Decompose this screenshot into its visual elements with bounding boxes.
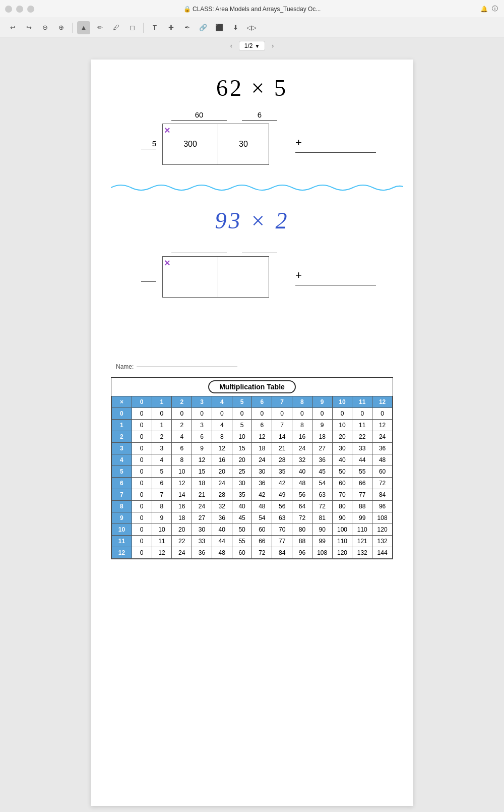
cell-6-8: 48 <box>292 478 312 489</box>
undo-button[interactable]: ↩ <box>6 21 19 34</box>
maximize-icon[interactable] <box>27 6 34 13</box>
answer-line-2 <box>295 285 376 285</box>
cell-8-10: 80 <box>332 501 352 512</box>
image-button[interactable]: ⬛ <box>213 21 226 34</box>
cell-9-3: 27 <box>192 512 212 524</box>
cell-9-6: 54 <box>252 512 272 524</box>
cell-12-1: 12 <box>152 547 172 559</box>
cell-3-7: 21 <box>272 443 292 454</box>
row-header-0: 0 <box>112 408 132 420</box>
cell-12-12: 144 <box>372 547 393 559</box>
row-header-4: 4 <box>112 454 132 466</box>
cell-10-9: 90 <box>312 524 332 536</box>
window-controls[interactable] <box>5 6 34 13</box>
download-button[interactable]: ⬇ <box>229 21 242 34</box>
table-row: 7071421283542495663707784 <box>112 489 393 501</box>
cell-12-9: 108 <box>312 547 332 559</box>
cell-2-1: 2 <box>152 431 172 443</box>
cell-3-3: 9 <box>192 443 212 454</box>
problem1-expression: 62 × 5 <box>216 75 288 101</box>
cell-6-9: 54 <box>312 478 332 489</box>
text-button[interactable]: T <box>148 21 161 34</box>
header-8: 8 <box>292 396 312 408</box>
cell-10-11: 110 <box>352 524 372 536</box>
cell-1-11: 11 <box>352 420 372 431</box>
add-button[interactable]: ✚ <box>164 21 177 34</box>
x-mark-2: × <box>164 257 170 269</box>
table-row: 8081624324048566472808896 <box>112 501 393 512</box>
table-row: 00000000000000 <box>112 408 393 420</box>
table-row: 110112233445566778899110121132 <box>112 536 393 547</box>
cell-11-12: 132 <box>372 536 393 547</box>
plus-sign-2: + <box>295 269 302 282</box>
header-11: 11 <box>352 396 372 408</box>
cell-5-7: 35 <box>272 466 292 478</box>
redo-button[interactable]: ↪ <box>22 21 35 34</box>
bell-icon[interactable]: 🔔 <box>480 6 488 13</box>
cell-0-4: 0 <box>212 408 232 420</box>
next-page-button[interactable]: › <box>267 40 278 51</box>
prev-page-button[interactable]: ‹ <box>226 40 237 51</box>
select-button[interactable]: ▲ <box>77 21 90 34</box>
cell-3-4: 12 <box>212 443 232 454</box>
cell-1-0: 0 <box>132 420 152 431</box>
link-button[interactable]: 🔗 <box>197 21 210 34</box>
draw-button[interactable]: ✒ <box>180 21 194 34</box>
cell-3-5: 15 <box>232 443 252 454</box>
mult-table-title-row: Multiplication Table <box>111 378 393 396</box>
cell-4-2: 8 <box>172 454 192 466</box>
minimize-icon[interactable] <box>16 6 23 13</box>
page-dropdown-icon[interactable]: ▼ <box>255 43 260 49</box>
document-page: 62 × 5 60 6 × 5 300 30 + <box>91 60 413 806</box>
cell-10-4: 40 <box>212 524 232 536</box>
cell-10-7: 70 <box>272 524 292 536</box>
close-icon[interactable] <box>5 6 12 13</box>
cell-2-4: 8 <box>212 431 232 443</box>
header-6: 6 <box>252 396 272 408</box>
cell-9-1: 9 <box>152 512 172 524</box>
header-0: 0 <box>132 396 152 408</box>
cell-2-6: 12 <box>252 431 272 443</box>
cell-1-5: 5 <box>232 420 252 431</box>
cell-1-7: 7 <box>272 420 292 431</box>
eraser-button[interactable]: ◻ <box>125 21 139 34</box>
zoom-in-button[interactable]: ⊕ <box>54 21 68 34</box>
cell-8-2: 16 <box>172 501 192 512</box>
cell-9-12: 108 <box>372 512 393 524</box>
audio-button[interactable]: ◁▷ <box>245 21 258 34</box>
pen-button[interactable]: ✏ <box>93 21 106 34</box>
cell-5-0: 0 <box>132 466 152 478</box>
cell-5-11: 55 <box>352 466 372 478</box>
table-row: 5051015202530354045505560 <box>112 466 393 478</box>
cell-4-7: 28 <box>272 454 292 466</box>
cell-12-5: 60 <box>232 547 252 559</box>
cell-11-1: 11 <box>152 536 172 547</box>
cell-4-0: 0 <box>132 454 152 466</box>
cell-0-10: 0 <box>332 408 352 420</box>
cell-11-11: 121 <box>352 536 372 547</box>
cell-11-8: 88 <box>292 536 312 547</box>
highlighter-button[interactable]: 🖊 <box>109 21 122 34</box>
info-icon[interactable]: ⓘ <box>492 5 498 13</box>
cell-11-7: 77 <box>272 536 292 547</box>
cell-7-12: 84 <box>372 489 393 501</box>
cell-10-12: 120 <box>372 524 393 536</box>
cell-7-8: 56 <box>292 489 312 501</box>
cell-6-2: 12 <box>172 478 192 489</box>
cell-6-11: 66 <box>352 478 372 489</box>
cell-4-8: 32 <box>292 454 312 466</box>
row-header-7: 7 <box>112 489 132 501</box>
cell-1-4: 4 <box>212 420 232 431</box>
name-field-area: Name: <box>116 363 393 370</box>
cell-7-1: 7 <box>152 489 172 501</box>
page-indicator[interactable]: 1/2 ▼ <box>239 41 266 51</box>
cell-2-8: 16 <box>292 431 312 443</box>
cell-6-10: 60 <box>332 478 352 489</box>
cell-0-2: 0 <box>172 408 192 420</box>
zoom-out-button[interactable]: ⊖ <box>38 21 51 34</box>
cell-4-6: 24 <box>252 454 272 466</box>
cell-2-10: 20 <box>332 431 352 443</box>
header-7: 7 <box>272 396 292 408</box>
cell-9-5: 45 <box>232 512 252 524</box>
cell-8-6: 48 <box>252 501 272 512</box>
